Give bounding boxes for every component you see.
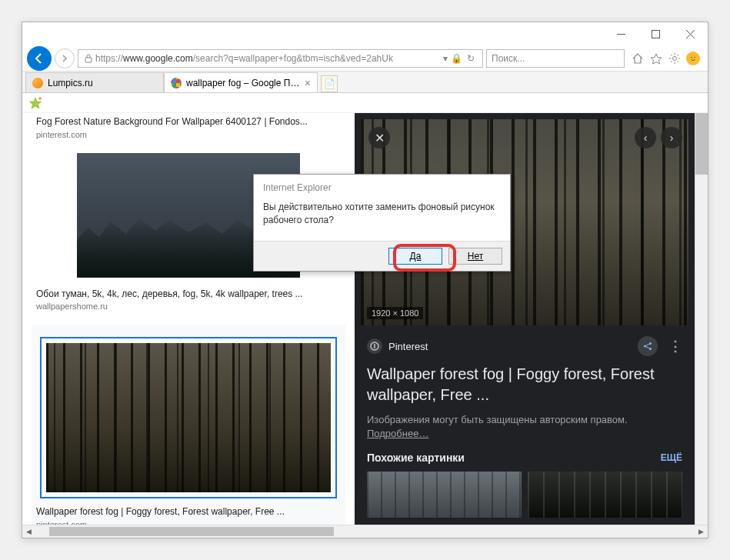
horizontal-scrollbar[interactable]: ◀ ▶	[22, 525, 708, 538]
new-tab-button[interactable]: 📄	[321, 75, 338, 92]
preview-body: Pinterest ⋮ Wallpaper forest fog | Foggy…	[355, 325, 695, 525]
image-dimensions: 1920 × 1080	[367, 307, 423, 319]
tab-label: wallpaper fog – Google По...	[186, 78, 300, 88]
svg-point-11	[649, 342, 652, 345]
result-source: pinterest.com	[36, 130, 341, 139]
preview-source-label: Pinterest	[388, 341, 428, 352]
result-source: wallpapershome.ru	[36, 302, 341, 311]
lock-icon	[82, 54, 95, 63]
url-dropdown-icon[interactable]: ▾	[440, 53, 451, 64]
pinterest-icon	[367, 338, 382, 354]
related-thumbnails	[367, 472, 682, 518]
scroll-left-button[interactable]: ◀	[22, 525, 35, 538]
result-item[interactable]: Fog Forest Nature Background For Wallpap…	[36, 116, 341, 139]
minimize-button[interactable]	[604, 22, 638, 45]
dialog-message: Вы действительно хотите заменить фоновый…	[254, 198, 510, 241]
home-icon[interactable]	[631, 52, 645, 65]
result-title: Обои туман, 5k, 4k, лес, деревья, fog, 5…	[36, 288, 341, 301]
svg-point-12	[649, 348, 652, 350]
svg-point-6	[691, 56, 692, 58]
forward-button[interactable]	[55, 48, 75, 68]
address-bar[interactable]: https://www.google.com/search?q=wallpape…	[78, 49, 483, 68]
svg-rect-1	[652, 30, 660, 38]
preview-source-link[interactable]: Pinterest	[367, 338, 428, 354]
related-thumb[interactable]	[528, 472, 682, 518]
search-placeholder: Поиск...	[492, 53, 525, 64]
favicon-icon	[171, 78, 182, 88]
see-more-link[interactable]: ЕЩЁ	[661, 452, 682, 463]
result-item-selected[interactable]: Wallpaper forest fog | Foggy forest, For…	[32, 325, 345, 525]
scrollbar-track[interactable]	[35, 525, 695, 538]
copyright-notice: Изображения могут быть защищены авторски…	[367, 413, 682, 441]
scrollbar-thumb[interactable]	[695, 113, 708, 175]
result-source: pinterest.com	[36, 520, 341, 525]
navbar: https://www.google.com/search?q=wallpape…	[22, 45, 708, 72]
maximize-button[interactable]	[638, 22, 673, 45]
dialog-title: Internet Explorer	[254, 175, 510, 198]
no-button[interactable]: Нет	[448, 248, 502, 265]
tab-label: Lumpics.ru	[48, 78, 157, 88]
more-options-button[interactable]: ⋮	[668, 338, 682, 355]
yes-button[interactable]: Да	[388, 248, 442, 265]
ssl-lock-icon[interactable]: 🔒	[451, 53, 462, 64]
result-title: Wallpaper forest fog | Foggy forest, For…	[36, 506, 341, 518]
tabstrip: Lumpics.ru wallpaper fog – Google По... …	[22, 72, 708, 93]
thumbnail-image	[46, 343, 331, 492]
favorites-bar	[22, 93, 708, 113]
browser-window: https://www.google.com/search?q=wallpape…	[22, 22, 708, 538]
preview-prev-button[interactable]: ‹	[635, 127, 656, 148]
result-title: Fog Forest Nature Background For Wallpap…	[36, 116, 341, 128]
svg-line-13	[646, 344, 649, 345]
feedback-icon[interactable]	[686, 52, 700, 65]
tab-google-images[interactable]: wallpaper fog – Google По... ×	[164, 72, 318, 92]
preview-title: Wallpaper forest fog | Foggy forest, For…	[367, 364, 682, 405]
scrollbar-thumb[interactable]	[49, 527, 334, 536]
tab-lumpics[interactable]: Lumpics.ru	[25, 72, 164, 92]
svg-point-5	[673, 56, 677, 60]
tab-close-icon[interactable]: ×	[305, 77, 311, 89]
favicon-icon	[32, 78, 43, 88]
preview-next-button[interactable]: ›	[661, 127, 682, 148]
close-button[interactable]	[673, 22, 708, 45]
url-host: www.google.com	[123, 53, 193, 64]
settings-icon[interactable]	[668, 52, 682, 65]
share-button[interactable]	[638, 336, 658, 356]
confirm-dialog: Internet Explorer Вы действительно хотит…	[253, 174, 511, 272]
add-favorite-icon[interactable]	[28, 96, 42, 110]
related-heading: Похожие картинки	[367, 452, 465, 464]
refresh-icon[interactable]: ↻	[462, 53, 479, 64]
preview-close-button[interactable]: ✕	[368, 127, 390, 148]
scroll-right-button[interactable]: ▶	[695, 525, 708, 538]
svg-rect-4	[85, 58, 92, 62]
result-item[interactable]: Обои туман, 5k, 4k, лес, деревья, fog, 5…	[36, 288, 341, 312]
vertical-scrollbar[interactable]	[695, 113, 708, 525]
url-protocol: https://	[95, 53, 123, 64]
dialog-buttons: Да Нет	[254, 241, 510, 271]
search-box[interactable]: Поиск...	[486, 49, 625, 68]
svg-line-14	[646, 347, 649, 348]
svg-point-10	[644, 345, 646, 348]
toolbar-icons	[628, 52, 703, 65]
titlebar	[22, 22, 708, 45]
url-path: /search?q=wallpaper+fog&tbm=isch&ved=2ah…	[193, 53, 393, 64]
learn-more-link[interactable]: Подробнее…	[367, 428, 428, 439]
back-button[interactable]	[27, 46, 52, 71]
favorites-icon[interactable]	[649, 52, 663, 65]
related-thumb[interactable]	[367, 472, 522, 518]
svg-point-7	[694, 56, 695, 58]
